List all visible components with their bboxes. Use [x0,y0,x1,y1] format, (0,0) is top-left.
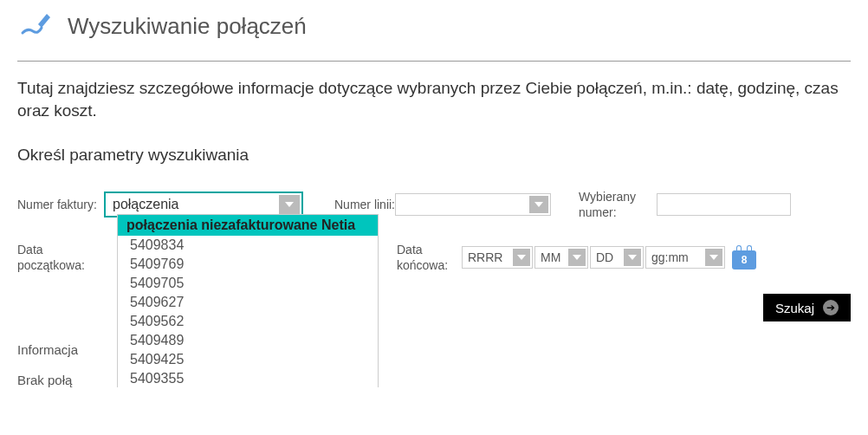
chevron-down-icon [568,249,586,266]
divider [17,61,851,62]
end-month-select[interactable]: MM [534,246,588,269]
end-time-select[interactable]: gg:mm [645,246,725,269]
dropdown-option[interactable]: 5409562 [118,312,378,331]
line-label: Numer linii: [334,197,395,212]
end-year-select[interactable]: RRRR [462,246,533,269]
invoice-label: Numer faktury: [17,197,104,212]
dropdown-option[interactable]: 5409425 [118,350,378,369]
search-button-label: Szukaj [775,301,814,315]
dropdown-option[interactable]: 5409705 [118,274,378,293]
page-title: Wyszukiwanie połączeń [68,13,307,40]
edit-icon [17,9,52,43]
invoice-select-value: połączenia [106,197,279,212]
dropdown-option[interactable]: 5409769 [118,255,378,274]
chevron-down-icon [529,196,548,213]
arrow-right-icon: ➔ [823,300,839,315]
intro-text: Tutaj znajdziesz szczegółowe informacje … [0,77,868,146]
dropdown-option[interactable]: 5409355 [118,369,378,387]
dialed-label: Wybierany numer: [579,189,657,220]
end-day-select[interactable]: DD [590,246,644,269]
calendar-icon[interactable]: 8 [732,245,756,269]
line-select[interactable] [395,193,551,216]
section-title: Określ parametry wyszukiwania [0,146,868,189]
dropdown-option[interactable]: 5409489 [118,331,378,350]
dropdown-header[interactable]: połączenia niezafakturowane Netia [118,215,378,236]
date-end-label: Data końcowa: [397,242,462,273]
date-start-label: Data początkowa: [17,242,104,273]
chevron-down-icon [279,195,300,214]
dialed-input[interactable] [657,193,791,216]
chevron-down-icon [624,249,641,266]
chevron-down-icon [513,249,530,266]
dropdown-option[interactable]: 5409834 [118,236,378,255]
invoice-dropdown[interactable]: połączenia niezafakturowane Netia 540983… [117,214,379,387]
chevron-down-icon [705,249,722,266]
dropdown-option[interactable]: 5409627 [118,293,378,312]
search-button[interactable]: Szukaj ➔ [763,294,851,321]
